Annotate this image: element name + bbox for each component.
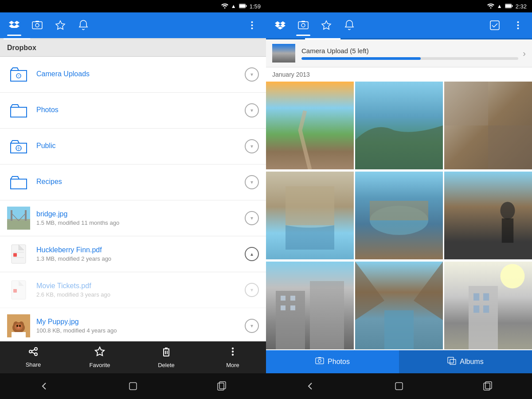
upload-progress-fill	[301, 57, 421, 60]
photo-cell-3[interactable]	[444, 82, 532, 169]
huckleberry-file-chevron[interactable]: ▴	[245, 247, 259, 261]
recipes-folder-chevron[interactable]: ▾	[245, 175, 259, 189]
svg-rect-88	[384, 310, 414, 349]
svg-point-37	[35, 353, 37, 356]
photo-cell-8[interactable]	[355, 262, 443, 349]
upload-progress-bar	[301, 57, 518, 60]
photos-folder-text: Photos	[36, 106, 245, 115]
upload-thumb	[272, 44, 295, 63]
public-folder-icon	[7, 135, 30, 158]
context-delete-label: Delete	[158, 362, 175, 368]
right-tab-photos[interactable]	[293, 16, 313, 35]
camera-uploads-text: Camera Uploads	[36, 70, 245, 79]
upload-banner[interactable]: Camera Upload (5 left) ›	[266, 39, 532, 67]
left-tab-notifications[interactable]	[74, 16, 93, 35]
movie-tickets-file-meta: 2.6 KB, modified 3 years ago	[36, 291, 245, 298]
camera-uploads-chevron[interactable]: ▾	[245, 67, 259, 82]
left-context-bar: Share Favorite Delete	[0, 341, 266, 373]
folder-photos[interactable]: Photos ▾	[0, 93, 266, 129]
right-tab-select[interactable]	[485, 16, 505, 35]
left-bottom-nav	[0, 373, 266, 399]
svg-line-38	[32, 349, 35, 351]
photo-cell-2[interactable]	[355, 82, 443, 169]
svg-rect-77	[444, 172, 532, 259]
right-tab-more[interactable]	[508, 16, 528, 35]
left-recents-button[interactable]	[208, 378, 235, 395]
svg-rect-99	[448, 357, 454, 363]
left-tab-more[interactable]	[242, 16, 262, 35]
svg-point-31	[16, 325, 18, 327]
right-status-bar: ▲ 2:32	[266, 0, 532, 12]
upload-title: Camera Upload (5 left)	[301, 47, 518, 55]
public-folder-name: Public	[36, 142, 245, 150]
file-huckleberry-pdf[interactable]: Huckleberry Finn.pdf 1.3 MB, modified 2 …	[0, 236, 266, 272]
context-delete-action[interactable]: Delete	[133, 346, 200, 368]
svg-rect-82	[310, 281, 344, 349]
svg-rect-53	[505, 4, 511, 8]
svg-rect-47	[129, 383, 137, 390]
photos-tab[interactable]: Photos	[266, 350, 399, 373]
left-signal-icon: ▲	[231, 3, 236, 9]
photo-cell-1[interactable]	[266, 82, 354, 169]
huckleberry-file-name: Huckleberry Finn.pdf	[36, 246, 245, 254]
left-back-button[interactable]	[31, 378, 58, 394]
right-home-button[interactable]	[385, 378, 413, 395]
svg-point-5	[35, 23, 39, 27]
svg-marker-62	[322, 21, 331, 29]
bridge-file-chevron[interactable]: ▾	[245, 211, 259, 225]
recipes-folder-name: Recipes	[36, 178, 245, 186]
left-tab-favorites[interactable]	[51, 16, 70, 35]
file-movie-tickets-pdf[interactable]: Movie Tickets.pdf 2.6 KB, modified 3 yea…	[0, 272, 266, 308]
folder-public[interactable]: Public ▾	[0, 129, 266, 164]
right-back-button[interactable]	[297, 378, 324, 394]
svg-rect-6	[35, 21, 39, 22]
right-tab-notifications[interactable]	[340, 16, 359, 35]
bridge-file-text: bridge.jpg 1.5 MB, modified 11 months ag…	[36, 210, 245, 226]
left-tab-dropbox[interactable]	[4, 16, 24, 35]
svg-point-66	[517, 27, 519, 29]
right-signal-icon: ▲	[497, 3, 502, 9]
puppy-file-name: My Puppy.jpg	[36, 318, 245, 326]
context-more-action[interactable]: More	[200, 346, 266, 368]
right-phone-panel: ▲ 2:32	[266, 0, 532, 399]
puppy-file-meta: 100.8 KB, modified 4 years ago	[36, 327, 245, 334]
huckleberry-thumb-icon	[7, 243, 30, 266]
svg-rect-84	[290, 296, 295, 301]
bridge-file-name: bridge.jpg	[36, 210, 245, 218]
svg-rect-34	[12, 332, 26, 337]
puppy-file-chevron[interactable]: ▾	[245, 319, 259, 333]
movie-tickets-file-chevron[interactable]: ▾	[245, 283, 259, 297]
right-tab-favorites[interactable]	[317, 16, 336, 35]
file-bridge-jpg[interactable]: bridge.jpg 1.5 MB, modified 11 months ag…	[0, 200, 266, 236]
svg-rect-73	[286, 186, 334, 225]
albums-tab[interactable]: Albums	[399, 350, 532, 373]
public-folder-chevron[interactable]: ▾	[245, 139, 259, 153]
photo-cell-6[interactable]	[444, 172, 532, 259]
photo-cell-4[interactable]	[266, 172, 354, 259]
photos-folder-chevron[interactable]: ▾	[245, 103, 259, 117]
folder-camera-uploads[interactable]: Camera Uploads ▾	[0, 57, 266, 93]
left-battery-icon	[239, 3, 247, 10]
context-share-action[interactable]: Share	[0, 347, 66, 368]
photo-cell-9[interactable]	[444, 262, 532, 349]
puppy-thumb-icon	[7, 314, 30, 337]
photo-cell-5[interactable]	[355, 172, 443, 259]
svg-point-44	[232, 348, 234, 349]
right-tab-dropbox[interactable]	[270, 16, 290, 35]
svg-point-46	[232, 354, 234, 356]
context-favorite-label: Favorite	[90, 362, 110, 368]
camera-folder-icon	[7, 63, 30, 86]
left-phone-panel: ▲ 1:59	[0, 0, 266, 399]
folder-recipes[interactable]: Recipes ▾	[0, 164, 266, 200]
right-recents-button[interactable]	[474, 378, 501, 395]
left-tab-photos[interactable]	[27, 16, 47, 35]
svg-rect-76	[370, 201, 428, 220]
camera-uploads-name: Camera Uploads	[36, 70, 245, 78]
photo-cell-7[interactable]	[266, 262, 354, 349]
svg-rect-95	[483, 305, 489, 313]
svg-rect-59	[298, 22, 308, 29]
left-home-button[interactable]	[119, 378, 147, 395]
file-puppy-jpg[interactable]: My Puppy.jpg 100.8 KB, modified 4 years …	[0, 308, 266, 344]
svg-point-8	[251, 21, 253, 23]
context-favorite-action[interactable]: Favorite	[66, 346, 133, 368]
